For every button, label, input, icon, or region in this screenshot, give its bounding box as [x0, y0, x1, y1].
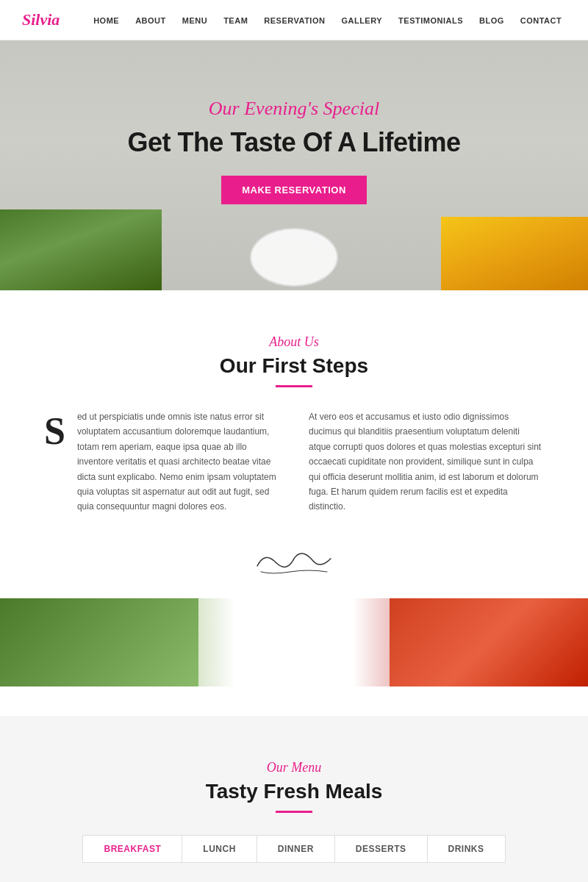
- about-title: Our First Steps: [44, 354, 544, 378]
- menu-tab-breakfast[interactable]: BREAKFAST: [83, 836, 182, 862]
- about-col2-text: At vero eos et accusamus et iusto odio d…: [309, 409, 544, 514]
- menu-tab-lunch[interactable]: LUNCH: [182, 836, 257, 862]
- nav-link-testimonials[interactable]: TESTIMONIALS: [398, 16, 463, 25]
- nav-link-team[interactable]: TEAM: [223, 16, 248, 25]
- menu-tab-desserts[interactable]: DESSERTS: [335, 836, 428, 862]
- site-logo[interactable]: Silvia: [22, 10, 60, 29]
- menu-tab-drinks[interactable]: DRINKS: [428, 836, 505, 862]
- about-subtitle: About Us: [44, 334, 544, 350]
- about-section: About Us Our First Steps S ed ut perspic…: [0, 290, 588, 716]
- nav-link-gallery[interactable]: GALLERY: [341, 16, 382, 25]
- tomato-decoration: [441, 217, 588, 290]
- hero-subtitle: Our Evening's Special: [127, 98, 460, 120]
- hero-food-right: [441, 217, 588, 290]
- signature-area: [44, 537, 544, 598]
- hero-title: Get The Taste Of A Lifetime: [127, 127, 460, 158]
- nav-link-home[interactable]: HOME: [93, 16, 119, 25]
- menu-section: Our Menu Tasty Fresh Meals BREAKFASTLUNC…: [0, 716, 588, 882]
- nav-link-blog[interactable]: BLOG: [479, 16, 504, 25]
- about-food-left: [0, 598, 198, 686]
- about-col-left: S ed ut perspiciatis unde omnis iste nat…: [44, 409, 279, 514]
- about-columns: S ed ut perspiciatis unde omnis iste nat…: [44, 409, 544, 514]
- cucumber-decoration: [0, 209, 162, 290]
- menu-divider: [276, 811, 312, 813]
- about-food-right: [390, 598, 588, 686]
- hero-food-center: [228, 224, 360, 290]
- nav-link-reservation[interactable]: RESERVATION: [264, 16, 325, 25]
- hero-content: Our Evening's Special Get The Taste Of A…: [127, 98, 460, 204]
- plate-decoration: [250, 228, 338, 287]
- hero-food-strip: [0, 209, 588, 290]
- menu-tab-dinner[interactable]: DINNER: [257, 836, 335, 862]
- nav-link-contact[interactable]: CONTACT: [520, 16, 562, 25]
- hero-food-left: [0, 209, 162, 290]
- navbar: Silvia HOMEABOUTMENUTEAMRESERVATIONGALLE…: [0, 0, 588, 40]
- hero-section: Our Evening's Special Get The Taste Of A…: [0, 40, 588, 290]
- drop-cap: S: [44, 412, 65, 514]
- make-reservation-button[interactable]: Make Reservation: [221, 176, 367, 204]
- menu-subtitle: Our Menu: [29, 760, 559, 775]
- menu-tabs: BREAKFASTLUNCHDINNERDESSERTSDRINKS: [82, 835, 505, 863]
- nav-link-about[interactable]: ABOUT: [135, 16, 166, 25]
- signature: [250, 544, 338, 581]
- nav-links: HOMEABOUTMENUTEAMRESERVATIONGALLERYTESTI…: [89, 13, 566, 26]
- nav-link-menu[interactable]: MENU: [182, 16, 207, 25]
- about-col1-text: ed ut perspiciatis unde omnis iste natus…: [77, 409, 279, 514]
- about-food-strip: [0, 598, 588, 686]
- about-col-right: At vero eos et accusamus et iusto odio d…: [309, 409, 544, 514]
- about-divider: [276, 385, 312, 387]
- menu-title: Tasty Fresh Meals: [29, 780, 559, 803]
